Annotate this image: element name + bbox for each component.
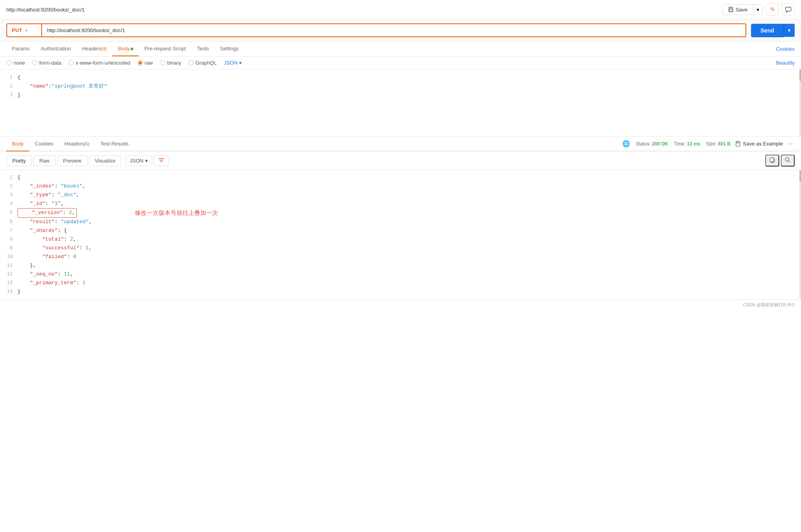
resp-line-7: 7 "_shards": {	[0, 226, 801, 235]
resp-line-14: 14 }	[0, 287, 801, 296]
response-code-lines: 1 { 2 "_index": "books", 3 "_type": "_do…	[0, 173, 801, 296]
response-status-bar: 🌐 Status: 200 OK Time: 13 ms Size: 601 B	[622, 140, 730, 147]
response-body-code: 1 { 2 "_index": "books", 3 "_type": "_do…	[0, 170, 801, 299]
size-value: 601 B	[718, 141, 730, 147]
resp-line-5: 5 "_version": 2, 修改一次版本号就往上叠加一次	[0, 208, 801, 218]
copy-response-button[interactable]	[765, 155, 779, 166]
response-format-selector[interactable]: JSON ▾	[125, 155, 152, 166]
format-visualize-button[interactable]: Visualize	[89, 155, 121, 166]
tab-tests[interactable]: Tests	[192, 42, 215, 56]
svg-rect-2	[729, 10, 732, 11]
resp-line-6: 6 "result": "updated",	[0, 218, 801, 226]
format-pretty-button[interactable]: Pretty	[6, 155, 32, 166]
svg-rect-1	[730, 7, 732, 9]
send-button[interactable]: Send	[751, 24, 784, 37]
body-type-urlencoded[interactable]: x-www-form-urlencoded	[69, 60, 130, 66]
resp-line-2: 2 "_index": "books",	[0, 182, 801, 191]
tab-headers[interactable]: Headers(9)	[77, 42, 113, 56]
request-tabs-bar: Params Authorization Headers(9) Body Pre…	[0, 42, 801, 57]
method-selector[interactable]: PUT ▾	[6, 23, 42, 37]
resp-line-11: 11 },	[0, 261, 801, 270]
time-label: Time: 13 ms	[674, 141, 701, 147]
body-type-none[interactable]: none	[6, 60, 25, 66]
body-type-raw[interactable]: raw	[138, 60, 153, 66]
svg-rect-3	[786, 7, 791, 11]
method-label: PUT	[12, 27, 22, 33]
request-code-lines: 1 { 2 "name":"springboot 非常好" 3 }	[0, 69, 801, 103]
filter-button[interactable]	[154, 155, 169, 166]
chevron-down-icon: ▾	[757, 7, 759, 13]
tab-params[interactable]: Params	[6, 42, 35, 56]
format-raw-button[interactable]: Raw	[33, 155, 56, 166]
json-format-selector[interactable]: JSON ▾	[224, 60, 242, 66]
json-chevron-icon: ▾	[239, 60, 242, 66]
resp-tab-test-results[interactable]: Test Results	[95, 137, 134, 151]
save-dropdown-button[interactable]: ▾	[753, 5, 763, 15]
format-chevron-icon: ▾	[145, 158, 148, 164]
req-line-1: 1 {	[0, 73, 801, 82]
search-response-button[interactable]	[781, 155, 795, 166]
footer: CSDN @莫听穿林打叶声©	[0, 299, 801, 310]
top-bar: http://localhost:9200/books/_doc/1 Save …	[0, 0, 801, 19]
format-preview-button[interactable]: Preview	[57, 155, 87, 166]
resp-tab-body[interactable]: Body	[6, 137, 29, 151]
resp-line-9: 9 "successful": 1,	[0, 244, 801, 253]
request-bar: PUT ▾ Send ▾	[0, 19, 801, 42]
copy-icon	[769, 157, 775, 163]
svg-rect-5	[737, 142, 739, 143]
save-icon	[728, 7, 734, 12]
resp-tab-cookies[interactable]: Cookies	[29, 137, 59, 151]
version-annotation: 修改一次版本号就往上叠加一次	[135, 209, 218, 217]
method-chevron-icon: ▾	[25, 28, 27, 33]
top-bar-actions: Save ▾ ✎	[722, 3, 795, 16]
more-options-button[interactable]: ···	[786, 140, 795, 147]
globe-icon: 🌐	[622, 140, 630, 147]
edit-button[interactable]: ✎	[766, 3, 779, 16]
cookies-link[interactable]: Cookies	[776, 42, 795, 56]
tab-authorization[interactable]: Authorization	[35, 42, 77, 56]
resp-line-10: 10 "failed": 0	[0, 253, 801, 261]
save-button[interactable]: Save	[722, 5, 753, 15]
save-example-icon	[735, 141, 741, 147]
request-body-editor[interactable]: 1 { 2 "name":"springboot 非常好" 3 }	[0, 69, 801, 137]
size-label: Size: 601 B	[706, 141, 730, 147]
beautify-button[interactable]: Beautify	[776, 60, 795, 66]
url-input[interactable]	[47, 27, 741, 33]
send-button-group[interactable]: Send ▾	[751, 24, 795, 37]
svg-rect-10	[770, 158, 774, 162]
svg-point-11	[786, 158, 789, 161]
resp-scrollbar[interactable]	[799, 170, 801, 299]
save-example-button[interactable]: Save as Example	[735, 141, 783, 147]
tab-body[interactable]: Body	[112, 42, 139, 56]
send-dropdown-button[interactable]: ▾	[784, 24, 795, 37]
edit-icon: ✎	[770, 6, 775, 13]
response-section: Body Cookies Headers(5) Test Results 🌐 S…	[0, 137, 801, 299]
body-active-dot	[130, 48, 133, 50]
status-label: Status: 200 OK	[636, 141, 668, 147]
resp-line-8: 8 "total": 2,	[0, 235, 801, 244]
comment-button[interactable]	[782, 3, 795, 16]
save-button-group[interactable]: Save ▾	[722, 4, 763, 15]
resp-line-1: 1 {	[0, 173, 801, 182]
footer-text: CSDN @莫听穿林打叶声©	[743, 302, 795, 307]
req-line-2: 2 "name":"springboot 非常好"	[0, 82, 801, 91]
body-type-binary[interactable]: binary	[160, 60, 181, 66]
radio-none	[6, 60, 11, 65]
response-format-bar: Pretty Raw Preview Visualize JSON ▾	[0, 151, 801, 170]
req-scrollbar[interactable]	[799, 69, 801, 136]
send-chevron-icon: ▾	[788, 27, 791, 33]
req-line-3: 3 }	[0, 91, 801, 100]
status-value: 200 OK	[652, 141, 668, 147]
body-type-form-data[interactable]: form-data	[32, 60, 61, 66]
url-input-wrapper[interactable]	[42, 23, 746, 37]
radio-raw	[138, 60, 143, 65]
resp-line-3: 3 "_type": "_doc",	[0, 191, 801, 199]
resp-tab-headers[interactable]: Headers(5)	[59, 137, 95, 151]
tab-settings[interactable]: Settings	[215, 42, 244, 56]
radio-graphql	[188, 60, 194, 65]
tab-pre-request-script[interactable]: Pre-request Script	[139, 42, 192, 56]
resp-scroll-thumb	[799, 170, 801, 182]
radio-urlencoded	[69, 60, 74, 65]
body-type-graphql[interactable]: GraphQL	[188, 60, 217, 66]
response-tabs-bar: Body Cookies Headers(5) Test Results 🌐 S…	[0, 137, 801, 151]
